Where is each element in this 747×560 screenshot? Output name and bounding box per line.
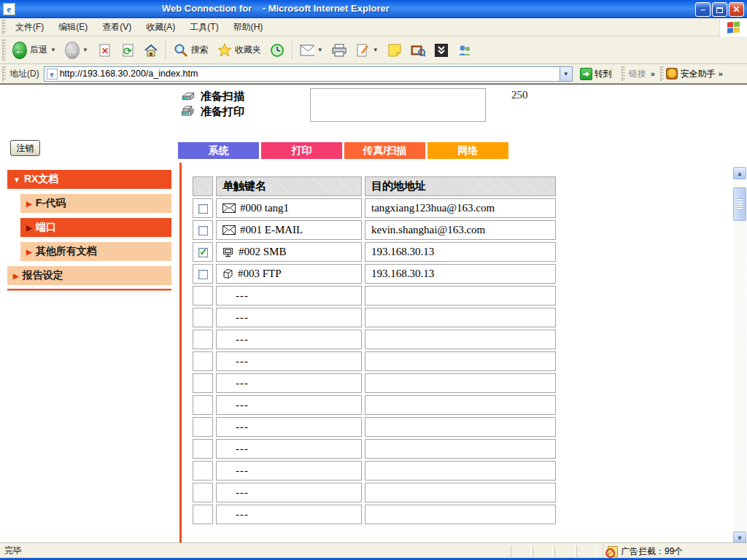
menu-item-2[interactable]: 查看(V) [95,19,139,36]
sidebar-item-label: F-代码 [36,197,66,210]
toolbar-forward-button[interactable]: →▼ [61,39,93,62]
toolbar-edit-button[interactable]: ▼ [351,39,383,62]
menu-item-1[interactable]: 编辑(E) [51,19,95,36]
triangle-right-icon: ▶ [26,224,32,232]
row-address-cell [365,417,556,437]
scanner-status-row: 准备扫描 [181,89,244,104]
row-name-cell: --- [216,286,362,306]
row-name-cell: --- [216,461,362,481]
close-button[interactable]: ✕ [729,2,744,17]
row-name-cell: --- [216,395,362,415]
safety-grip[interactable] [660,66,664,82]
tab-打印[interactable]: 打印 [261,142,342,159]
toolbar-print-button[interactable] [328,39,351,62]
frame-scrollbar[interactable]: ▲ ▼ [733,167,746,543]
row-name-cell: --- [216,373,362,393]
row-name-wrap: #002 SMB [222,246,361,258]
minimize-button[interactable]: – [695,2,711,17]
chevron-down-icon[interactable]: ▼ [50,47,56,53]
row-name-cell: --- [216,308,362,327]
row-empty-placeholder: --- [222,333,249,345]
toolbar-book-button[interactable] [406,39,430,62]
row-empty-placeholder: --- [222,464,249,476]
chevron-down-icon[interactable]: ▼ [82,47,88,53]
toolbar-grip[interactable] [2,39,6,61]
safety-chevron[interactable]: » [719,69,723,78]
tab-网络[interactable]: 网络 [427,142,508,159]
refresh-icon: ⟳ [120,43,135,58]
category-tabs: 系统打印传真/扫描网络 [178,142,508,159]
row-name-cell: --- [216,483,362,502]
row-checkbox[interactable] [198,248,208,257]
header-address-column: 目的地地址 [365,176,556,196]
printer-status-row: 准备打印 [181,104,244,119]
toolbar-button-label: 后退 [30,44,47,56]
sidebar-underline [7,289,171,291]
printer-icon [181,104,196,119]
triangle-right-icon: ▶ [26,248,32,256]
table-row: --- [193,439,556,459]
menubar-grip[interactable] [2,20,6,34]
toolbar-button-label: 收藏夹 [235,44,261,56]
table-row: --- [193,373,556,393]
row-checkbox[interactable] [198,226,208,236]
scrollbar-up-arrow-icon[interactable]: ▲ [733,167,746,179]
row-address-cell [365,439,556,459]
row-empty-placeholder: --- [222,311,249,323]
chevron-down-icon[interactable]: ▼ [373,47,379,53]
row-address-cell [365,308,556,327]
toolbar-download-button[interactable] [430,39,453,62]
logout-button[interactable]: 注销 [10,140,40,156]
triangle-down-icon: ▼ [13,176,20,184]
chevron-down-icon[interactable]: ▼ [317,47,323,53]
window-title: Web Connection for - Microsoft Internet … [162,3,390,14]
row-checkbox[interactable] [198,270,208,279]
row-check-cell [193,461,213,481]
menu-item-4[interactable]: 工具(T) [182,19,225,36]
svg-text:✕: ✕ [101,46,109,56]
toolbar-favorites-button[interactable]: 收藏夹 [213,39,266,62]
sidebar-item-报告设定[interactable]: ▶报告设定 [7,266,171,285]
address-dropdown-button[interactable]: ▼ [560,67,572,81]
scrollbar-thumb[interactable] [733,187,746,221]
safety-assistant-button[interactable]: 安全助手 [666,68,716,80]
ftp-icon [222,268,233,279]
menu-item-3[interactable]: 收藏(A) [139,19,182,36]
sidebar-item-其他所有文档[interactable]: ▶其他所有文档 [20,242,171,261]
row-check-cell [193,308,213,327]
toolbar-refresh-button[interactable]: ⟳ [116,39,139,62]
toolbar-back-button[interactable]: ←后退▼ [8,39,61,62]
restore-button[interactable] [712,2,727,17]
toolbar-home-button[interactable] [139,39,163,62]
device-message-box[interactable] [310,88,486,122]
tab-系统[interactable]: 系统 [178,142,259,159]
scrollbar-down-arrow-icon[interactable]: ▼ [733,532,746,543]
addressbar-grip[interactable] [2,66,6,82]
row-checkbox[interactable] [198,204,208,214]
toolbar-stop-button[interactable]: ✕ [93,39,116,62]
go-button[interactable]: ➜ 转到 [577,66,615,82]
safety-assistant-icon [666,68,678,79]
menu-item-5[interactable]: 帮助(H) [226,19,271,36]
toolbar-messenger-button[interactable] [453,39,476,62]
row-address-cell [365,330,556,349]
toolbar-search-button[interactable]: 搜索 [169,39,213,62]
address-input[interactable] [60,69,560,79]
toolbar-note-button[interactable] [383,39,406,62]
download-icon [434,43,449,58]
row-name-cell: --- [216,330,362,349]
sidebar-item-F-代码[interactable]: ▶F-代码 [20,194,171,213]
toolbar-mail-button[interactable]: ▼ [295,39,328,62]
sidebar-item-端口[interactable]: ▶端口 [20,218,171,237]
toolbar-history-button[interactable] [266,39,289,62]
sidebar-item-RX文档[interactable]: ▼RX文档 [7,170,171,189]
links-grip[interactable] [622,66,625,82]
links-chevron[interactable]: » [651,69,655,78]
row-empty-placeholder: --- [222,508,249,520]
header-check-column [193,176,213,196]
row-address-cell: tangxiang123hua@163.com [365,198,556,218]
search-icon [174,43,188,58]
menu-item-0[interactable]: 文件(F) [8,19,51,36]
tab-传真/扫描[interactable]: 传真/扫描 [344,142,425,159]
row-name-text: #002 SMB [239,246,286,258]
